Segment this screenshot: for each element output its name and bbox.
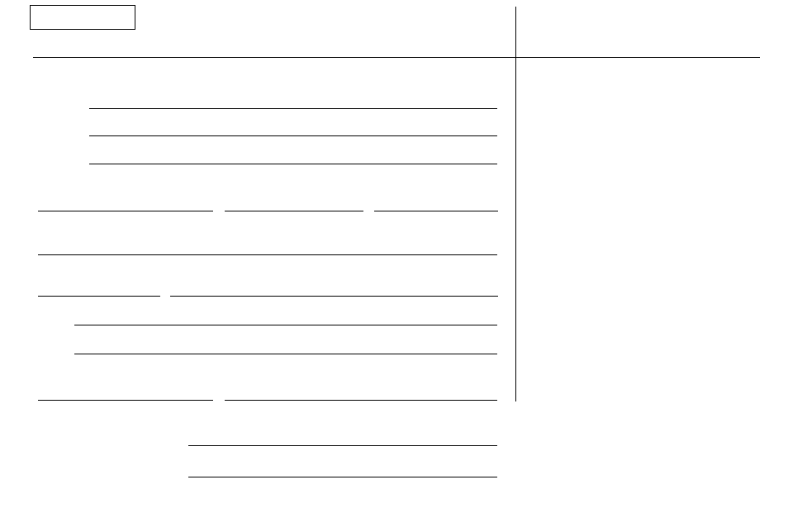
form-line [188,477,497,477]
vertical-divider [515,7,516,401]
form-line [74,354,497,354]
form-line [38,211,213,211]
form-line [374,211,498,211]
form-line [225,400,497,401]
form-line [89,108,497,109]
form-line [188,445,497,446]
top-left-box [30,5,135,30]
form-line [225,211,363,211]
form-line [74,325,497,325]
form-line [89,135,497,136]
form-line [38,296,160,297]
form-line [170,296,498,297]
header-divider [33,57,760,58]
form-line [38,400,213,401]
form-line [89,164,497,164]
form-line [38,254,497,255]
